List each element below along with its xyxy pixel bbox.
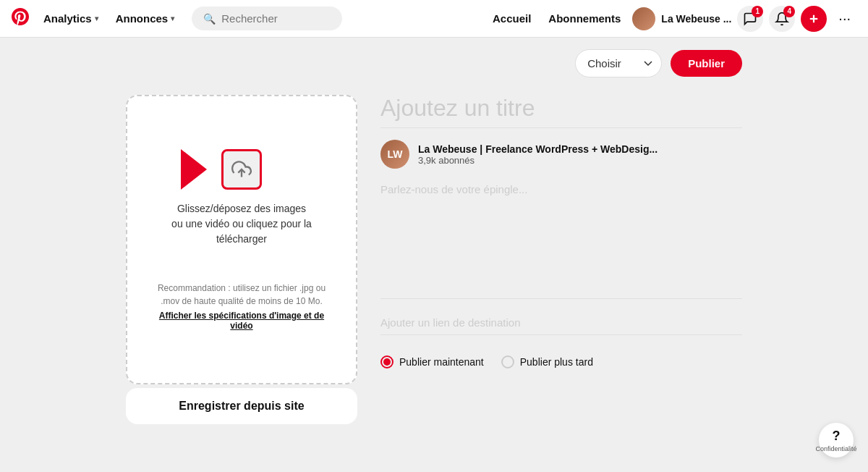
notifications-button[interactable]: 4 bbox=[769, 6, 795, 32]
user-info: La Webeuse | Freelance WordPress + WebDe… bbox=[418, 143, 658, 166]
board-select[interactable]: Choisir Tableau 1 Tableau 2 bbox=[575, 49, 662, 77]
nav-accueil[interactable]: Accueil bbox=[487, 9, 537, 28]
confidentialite-question: ? bbox=[833, 429, 841, 444]
publish-now-radio[interactable] bbox=[380, 355, 393, 368]
annonces-chevron: ▾ bbox=[171, 14, 174, 22]
more-menu-button[interactable]: ··· bbox=[833, 7, 856, 30]
upload-text: Glissez/déposez des imagesou une vidéo o… bbox=[171, 201, 312, 247]
title-input[interactable] bbox=[380, 95, 742, 128]
upload-button-wrapper bbox=[221, 149, 262, 190]
description-textarea[interactable] bbox=[380, 183, 742, 299]
messages-badge: 1 bbox=[752, 6, 763, 17]
upload-circle bbox=[221, 149, 262, 190]
link-input[interactable] bbox=[380, 313, 742, 335]
top-action-row: Choisir Tableau 1 Tableau 2 Publier bbox=[126, 49, 742, 77]
upload-area: Glissez/déposez des imagesou une vidéo o… bbox=[171, 149, 312, 247]
arrow-right-icon bbox=[181, 149, 207, 190]
publier-button[interactable]: Publier bbox=[671, 50, 742, 77]
search-bar[interactable]: 🔍 bbox=[192, 7, 342, 30]
user-avatar: LW bbox=[380, 140, 409, 169]
publish-now-label[interactable]: Publier maintenant bbox=[380, 355, 484, 368]
upload-recommendation: Recommandation : utilisez un fichier .jp… bbox=[158, 282, 326, 308]
annonces-label: Annonces bbox=[116, 12, 169, 25]
search-input[interactable] bbox=[221, 12, 331, 25]
publish-later-radio[interactable] bbox=[501, 355, 514, 368]
main-content: Choisir Tableau 1 Tableau 2 Publier bbox=[0, 38, 868, 472]
add-button[interactable] bbox=[801, 6, 827, 32]
analytics-label: Analytics bbox=[43, 12, 92, 25]
publish-options-row: Publier maintenant Publier plus tard bbox=[380, 355, 742, 368]
confidentialite-label: Confidentialité bbox=[815, 445, 856, 452]
user-row: LW La Webeuse | Freelance WordPress + We… bbox=[380, 140, 742, 169]
nav-abonnements[interactable]: Abonnements bbox=[542, 9, 626, 28]
confidentialite-button[interactable]: ? Confidentialité bbox=[819, 423, 854, 458]
analytics-chevron: ▾ bbox=[95, 14, 98, 22]
save-from-site-button[interactable]: Enregistrer depuis site bbox=[126, 387, 357, 424]
nav-annonces[interactable]: Annonces ▾ bbox=[110, 9, 181, 28]
user-followers: 3,9k abonnés bbox=[418, 155, 658, 166]
upload-spec-link[interactable]: Afficher les spécifications d'image et d… bbox=[159, 311, 324, 331]
nav-avatar[interactable] bbox=[632, 7, 655, 30]
pinterest-logo[interactable] bbox=[12, 8, 29, 30]
left-column: Glissez/déposez des imagesou une vidéo o… bbox=[126, 95, 357, 424]
user-name: La Webeuse | Freelance WordPress + WebDe… bbox=[418, 143, 658, 155]
upload-box[interactable]: Glissez/déposez des imagesou une vidéo o… bbox=[126, 95, 357, 384]
publish-later-label[interactable]: Publier plus tard bbox=[501, 355, 593, 368]
notifications-badge: 4 bbox=[783, 6, 795, 17]
pin-creator-layout: Glissez/déposez des imagesou une vidéo o… bbox=[126, 95, 742, 424]
messages-button[interactable]: 1 bbox=[737, 6, 763, 32]
right-column: LW La Webeuse | Freelance WordPress + We… bbox=[380, 95, 742, 368]
search-icon: 🔍 bbox=[203, 13, 216, 25]
nav-user-label[interactable]: La Webeuse ... bbox=[661, 13, 731, 25]
nav-analytics[interactable]: Analytics ▾ bbox=[38, 9, 104, 28]
navbar: Analytics ▾ Annonces ▾ 🔍 Accueil Abonnem… bbox=[0, 0, 868, 38]
